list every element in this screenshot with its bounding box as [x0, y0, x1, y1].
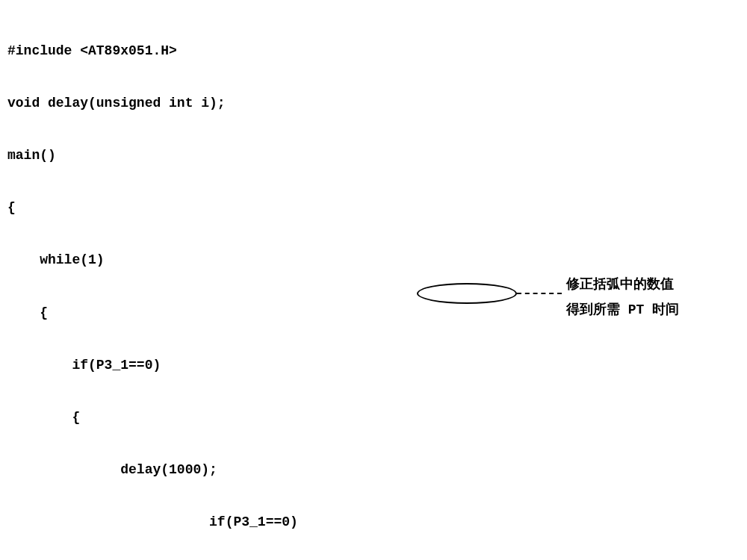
code-line: { — [7, 199, 740, 217]
code-line: #include <AT89x051.H> — [7, 43, 740, 60]
annotation-connector — [517, 293, 562, 294]
code-line: if(P3_1==0) — [7, 514, 740, 531]
code-line: delay(1000); — [7, 461, 740, 479]
annotation-line-1: 修正括弧中的数值 — [566, 276, 674, 293]
code-line: if(P3_1==0) — [7, 357, 740, 374]
annotation-line-2: 得到所需 PT 时间 — [566, 302, 679, 319]
code-line: void delay(unsigned int i); — [7, 95, 740, 112]
code-line: while(1) — [7, 252, 740, 269]
code-line: main() — [7, 147, 740, 164]
code-line: { — [7, 409, 740, 426]
